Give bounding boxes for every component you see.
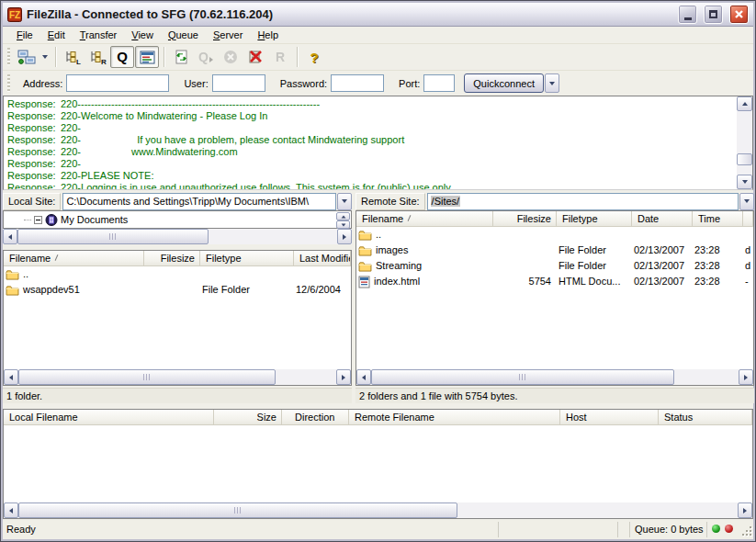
file-row[interactable]: .. [356, 227, 753, 243]
toggle-remote-tree-button[interactable]: R [85, 46, 109, 68]
column-header-filesize[interactable]: Filesize [144, 251, 200, 265]
scroll-thumb[interactable] [737, 153, 752, 165]
quickconnect-dropdown-button[interactable] [545, 73, 559, 93]
toolbar-grip[interactable] [7, 48, 10, 66]
scroll-track[interactable] [371, 369, 739, 385]
scroll-thumb[interactable] [371, 369, 674, 385]
column-header-filetype[interactable]: Filetype [557, 211, 632, 226]
menu-edit[interactable]: Edit [41, 28, 72, 43]
scroll-track[interactable] [18, 502, 738, 518]
scroll-left-button[interactable] [4, 369, 18, 385]
user-input[interactable] [212, 74, 265, 92]
folder-icon [358, 230, 372, 241]
scroll-left-button[interactable] [4, 502, 18, 518]
column-header-time[interactable]: Time [693, 211, 743, 226]
quickconnect-grip[interactable] [7, 74, 10, 93]
site-manager-button[interactable] [15, 46, 39, 68]
local-path-dropdown-button[interactable] [337, 193, 352, 210]
menu-help[interactable]: Help [251, 28, 285, 43]
column-header-remote-filename[interactable]: Remote Filename [349, 410, 560, 424]
log-line: Response:220----------------------------… [7, 98, 752, 110]
menu-queue[interactable]: Queue [162, 28, 205, 43]
scroll-thumb[interactable] [17, 229, 209, 244]
log-vertical-scrollbar[interactable] [737, 96, 752, 189]
column-header-local-filename[interactable]: Local Filename [4, 410, 214, 424]
toggle-local-tree-button[interactable]: L [61, 46, 85, 68]
menu-server[interactable]: Server [207, 28, 249, 43]
column-header-size[interactable]: Size [214, 410, 282, 424]
minimize-button[interactable] [678, 5, 697, 24]
disconnect-button[interactable] [243, 46, 267, 68]
address-input[interactable] [66, 74, 169, 92]
collapse-icon[interactable] [34, 216, 42, 224]
file-row[interactable]: Streaming File Folder 02/13/2007 23:28 d [356, 258, 753, 274]
file-row[interactable]: images File Folder 02/13/2007 23:28 d [356, 243, 753, 258]
menu-view[interactable]: View [125, 28, 160, 43]
toggle-queue-button[interactable]: Q [110, 46, 134, 68]
sort-ascending-icon [407, 215, 412, 221]
column-header-host[interactable]: Host [560, 410, 659, 424]
column-header-filename[interactable]: Filename [4, 251, 144, 265]
title-bar[interactable]: FZ FileZilla - Connected to SFG (70.62.1… [3, 3, 753, 27]
local-path-combo[interactable]: C:\Documents and Settings\Tripp\My Docum… [62, 193, 336, 210]
scroll-thumb[interactable] [18, 369, 276, 385]
scroll-left-button[interactable] [356, 369, 371, 385]
cancel-button[interactable] [219, 46, 243, 68]
menu-file[interactable]: File [10, 28, 39, 43]
menu-transfer[interactable]: Transfer [73, 28, 124, 43]
tree-node-label: My Documents [61, 214, 128, 225]
arrow-down-icon [341, 223, 345, 226]
scroll-right-button[interactable] [739, 369, 753, 385]
scroll-down-button[interactable] [336, 220, 350, 229]
disconnect-icon [247, 50, 264, 64]
column-header-last-modified[interactable]: Last Modified [294, 251, 351, 265]
remote-path-combo[interactable]: /Sites/ [427, 193, 739, 210]
folder-icon [6, 269, 19, 280]
column-header-filename[interactable]: Filename [356, 211, 493, 226]
maximize-button[interactable] [704, 5, 723, 24]
resize-grip[interactable] [739, 524, 751, 536]
scroll-down-button[interactable] [737, 175, 752, 189]
status-bar: Ready Queue: 0 bytes [3, 520, 753, 539]
column-header-date[interactable]: Date [632, 211, 693, 226]
password-label: Password: [280, 78, 327, 89]
column-header-filetype[interactable]: Filetype [200, 251, 294, 265]
quickconnect-button[interactable]: Quickconnect [464, 73, 544, 93]
scroll-thumb[interactable] [18, 502, 457, 518]
process-queue-button[interactable]: Q [194, 46, 218, 68]
close-button[interactable] [729, 5, 749, 24]
scroll-track[interactable] [18, 369, 336, 385]
column-header-permissions[interactable] [743, 211, 753, 226]
toolbar-separator [297, 47, 298, 67]
process-queue-icon: Q [198, 51, 209, 63]
scroll-right-button[interactable] [337, 229, 352, 244]
column-header-filesize[interactable]: Filesize [493, 211, 557, 226]
tree-horizontal-scrollbar[interactable] [3, 229, 352, 244]
file-row[interactable]: index.html 5754 HTML Docu... 02/13/2007 … [356, 274, 753, 289]
local-list-horizontal-scrollbar[interactable] [4, 369, 351, 385]
refresh-button[interactable] [169, 46, 193, 68]
file-row[interactable]: wsappdev51 File Folder 12/6/2004 [4, 282, 351, 298]
toggle-message-log-button[interactable] [135, 46, 159, 68]
site-manager-dropdown-button[interactable] [39, 46, 51, 68]
scroll-left-button[interactable] [3, 229, 17, 244]
tree-vertical-scrollbar[interactable] [336, 212, 350, 229]
column-header-direction[interactable]: Direction [282, 410, 349, 424]
column-header-status[interactable]: Status [659, 410, 752, 424]
tree-node-my-documents[interactable]: My Documents [4, 214, 128, 226]
scroll-right-button[interactable] [336, 369, 351, 385]
port-input[interactable] [423, 74, 455, 92]
scroll-track[interactable] [17, 229, 337, 244]
scroll-up-button[interactable] [336, 212, 350, 220]
help-button[interactable]: ? [302, 46, 326, 68]
scroll-up-button[interactable] [737, 96, 752, 111]
password-input[interactable] [331, 74, 384, 92]
file-row[interactable]: .. [4, 266, 351, 282]
remote-pane: Remote Site: /Sites/ Filename Filesize F… [355, 191, 754, 405]
scroll-track[interactable] [737, 111, 752, 175]
remote-list-horizontal-scrollbar[interactable] [356, 369, 753, 385]
remote-path-dropdown-button[interactable] [739, 193, 754, 210]
queue-horizontal-scrollbar[interactable] [4, 502, 752, 518]
reconnect-button[interactable]: R [268, 46, 292, 68]
scroll-right-button[interactable] [738, 502, 752, 518]
